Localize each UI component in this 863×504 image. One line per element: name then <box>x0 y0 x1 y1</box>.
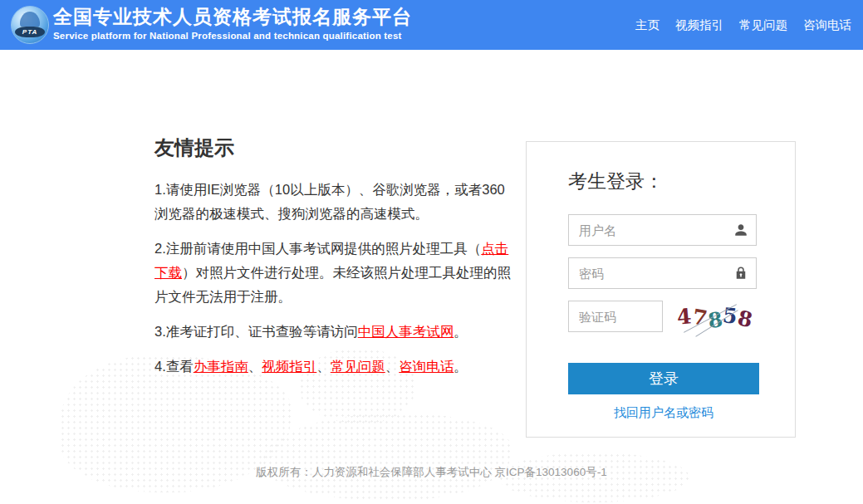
logo-text: PTA <box>15 27 45 37</box>
tip-4-separator: 、 <box>248 359 262 374</box>
user-icon <box>733 223 748 237</box>
service-guide-link[interactable]: 办事指南 <box>194 359 248 374</box>
logo-sail-shape <box>20 12 40 27</box>
tips-title: 友情提示 <box>154 135 517 161</box>
username-field-wrapper <box>568 214 757 246</box>
tip-3-pre: 3.准考证打印、证书查验等请访问 <box>154 324 358 339</box>
forgot-row: 找回用户名或密码 <box>568 405 759 421</box>
site-title-block: 全国专业技术人员资格考试报名服务平台 Service platform for … <box>53 5 412 41</box>
forgot-username-password-link[interactable]: 找回用户名或密码 <box>614 405 713 419</box>
phone-link[interactable]: 咨询电话 <box>399 359 454 374</box>
login-panel: 考生登录： 4 7 8 5 8 登录 找回用户名或密码 <box>526 141 796 438</box>
video-guide-link[interactable]: 视频指引 <box>262 359 316 374</box>
site-subtitle: Service platform for National Profession… <box>53 31 412 41</box>
username-input[interactable] <box>568 214 757 246</box>
tip-item-1: 1.请使用IE浏览器（10以上版本）、谷歌浏览器，或者360浏览器的极速模式、搜… <box>154 178 517 226</box>
tip-3-post: 。 <box>454 324 468 339</box>
captcha-digit: 7 <box>690 304 709 330</box>
pta-logo: PTA <box>11 6 49 44</box>
site-title: 全国专业技术人员资格考试报名服务平台 <box>53 5 412 28</box>
password-field-wrapper <box>568 257 757 289</box>
tip-4-separator: 、 <box>385 359 400 374</box>
captcha-input[interactable] <box>568 301 663 332</box>
tip-4-separator: 、 <box>316 359 331 374</box>
tip-1-text: 1.请使用IE浏览器（10以上版本）、谷歌浏览器，或者360浏览器的极速模式、搜… <box>154 182 505 221</box>
friendly-tips-section: 友情提示 1.请使用IE浏览器（10以上版本）、谷歌浏览器，或者360浏览器的极… <box>154 135 517 389</box>
tip-item-4: 4.查看办事指南、视频指引、常见问题、咨询电话。 <box>154 355 517 379</box>
header-bar: PTA 全国专业技术人员资格考试报名服务平台 Service platform … <box>0 0 863 50</box>
captcha-image[interactable]: 4 7 8 5 8 <box>674 301 757 331</box>
login-title: 考生登录： <box>568 169 756 194</box>
nav-video-guide[interactable]: 视频指引 <box>675 17 723 33</box>
nav-phone[interactable]: 咨询电话 <box>803 17 851 33</box>
cpta-site-link[interactable]: 中国人事考试网 <box>358 324 454 339</box>
lock-icon <box>733 266 748 281</box>
top-nav: 主页 视频指引 常见问题 咨询电话 <box>635 0 851 50</box>
tip-item-2: 2.注册前请使用中国人事考试网提供的照片处理工具（点击下载）对照片文件进行处理。… <box>154 237 517 309</box>
captcha-row: 4 7 8 5 8 <box>568 301 757 332</box>
world-map-watermark <box>262 413 511 501</box>
nav-faq[interactable]: 常见问题 <box>739 17 787 33</box>
password-input[interactable] <box>568 257 757 289</box>
tip-2-post: ）对照片文件进行处理。未经该照片处理工具处理的照片文件无法用于注册。 <box>154 265 511 304</box>
footer-copyright: 版权所有：人力资源和社会保障部人事考试中心 京ICP备13013060号-1 <box>0 465 863 480</box>
login-button[interactable]: 登录 <box>568 363 759 394</box>
faq-link[interactable]: 常见问题 <box>331 359 385 374</box>
tip-2-pre: 2.注册前请使用中国人事考试网提供的照片处理工具（ <box>154 241 481 256</box>
tip-4-pre: 4.查看 <box>154 359 194 374</box>
tip-item-3: 3.准考证打印、证书查验等请访问中国人事考试网。 <box>154 320 517 344</box>
captcha-field-wrapper <box>568 301 663 332</box>
tip-4-post: 。 <box>454 359 468 374</box>
nav-home[interactable]: 主页 <box>635 17 660 33</box>
